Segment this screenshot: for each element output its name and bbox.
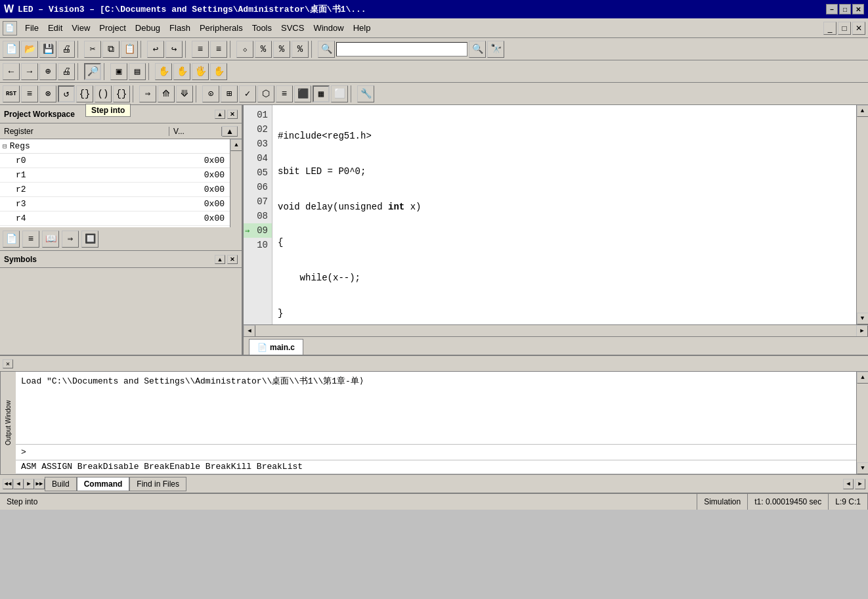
output-tab-command[interactable]: Command xyxy=(77,477,130,491)
output-close-button[interactable]: ✕ xyxy=(3,359,13,368)
hand3-button[interactable]: 🖐 xyxy=(192,63,209,80)
reg-btn4[interactable]: ⇒ xyxy=(62,231,79,248)
logic-button[interactable]: ⬡ xyxy=(257,85,274,102)
symbols-minimize-btn[interactable]: ▲ xyxy=(215,255,225,264)
menu-tools[interactable]: Tools xyxy=(248,22,276,34)
close-button[interactable]: ✕ xyxy=(852,4,864,14)
editor-scroll-right[interactable]: ▶ xyxy=(856,325,868,337)
search-prev-button[interactable]: 🔭 xyxy=(487,41,504,58)
reg-row-r3[interactable]: r3 0x00 xyxy=(0,197,230,211)
unindent-button[interactable]: ≡ xyxy=(210,41,227,58)
bookmark4-button[interactable]: % xyxy=(292,41,309,58)
zoom-button[interactable]: 🔎 xyxy=(84,63,101,80)
editor-scroll-track-v[interactable] xyxy=(857,117,868,313)
reg-btn2[interactable]: ≡ xyxy=(22,231,39,248)
panel-close-btn[interactable]: ✕ xyxy=(227,110,238,119)
code-coverage-button[interactable]: ≡ xyxy=(276,85,293,102)
print-button[interactable]: 🖨 xyxy=(58,63,75,80)
editor-scroll-up[interactable]: ▲ xyxy=(857,105,869,117)
output-command-input[interactable] xyxy=(26,447,851,457)
editor-scroll-down[interactable]: ▼ xyxy=(857,313,869,324)
menu-edit[interactable]: Edit xyxy=(44,22,66,34)
bookmark3-button[interactable]: % xyxy=(273,41,290,58)
output-tab-findinfiles[interactable]: Find in Files xyxy=(129,477,186,491)
new-file-button[interactable]: 📄 xyxy=(3,41,20,58)
paste-button[interactable]: 📋 xyxy=(121,41,138,58)
indent-button[interactable]: ≡ xyxy=(192,41,209,58)
tab-nav-last[interactable]: ▶▶ xyxy=(34,479,45,489)
watch-button[interactable]: ⊙ xyxy=(202,85,219,102)
menu-minimize-btn[interactable]: _ xyxy=(823,22,836,35)
reg-btn5[interactable]: 🔲 xyxy=(81,231,98,248)
menu-svcs[interactable]: SVCS xyxy=(277,22,308,34)
menu-file[interactable]: File xyxy=(21,22,43,34)
hand1-button[interactable]: ✋ xyxy=(155,63,172,80)
halt-button[interactable]: {} xyxy=(76,85,93,102)
tab-nav-first[interactable]: ◀◀ xyxy=(3,479,13,489)
minimize-button[interactable]: – xyxy=(826,4,838,14)
menu-flash[interactable]: Flash xyxy=(165,22,194,34)
serial-button[interactable]: ▦ xyxy=(313,85,330,102)
view1-button[interactable]: ▣ xyxy=(110,63,127,80)
run-to-button[interactable]: ⟱ xyxy=(176,85,193,102)
perf-button[interactable]: ✓ xyxy=(239,85,256,102)
menu-peripherals[interactable]: Peripherals xyxy=(196,22,247,34)
reg-row-r2[interactable]: r2 0x00 xyxy=(0,183,230,197)
step-button[interactable]: () xyxy=(95,85,112,102)
step-out-button[interactable]: ⟰ xyxy=(158,85,175,102)
menu-window[interactable]: Window xyxy=(309,22,347,34)
symbols-close-btn[interactable]: ✕ xyxy=(227,255,238,264)
copy-button[interactable]: ⧉ xyxy=(102,41,119,58)
run-button[interactable]: ↺ xyxy=(58,85,75,102)
tab-nav-prev[interactable]: ◀ xyxy=(13,479,24,489)
panel-minimize-btn[interactable]: ▲ xyxy=(215,110,225,119)
output-tab-right-nav2[interactable]: ▶ xyxy=(855,479,865,489)
reg-btn1[interactable]: 📄 xyxy=(3,231,20,248)
mem-button[interactable]: ⊞ xyxy=(221,85,238,102)
reg-row-r4[interactable]: r4 0x00 xyxy=(0,211,230,226)
step-over-button[interactable]: {} xyxy=(113,85,130,102)
open-button[interactable]: 📂 xyxy=(21,41,38,58)
output-tab-right-nav1[interactable]: ◀ xyxy=(843,479,854,489)
search-input[interactable] xyxy=(336,42,467,56)
maximize-button[interactable]: □ xyxy=(839,4,851,14)
editor-scroll-track-h[interactable] xyxy=(255,326,856,336)
reg-row-r1[interactable]: r1 0x00 xyxy=(0,168,230,183)
bookmark1-button[interactable]: ⬦ xyxy=(236,41,253,58)
menu-help[interactable]: Help xyxy=(349,22,375,34)
redo-button[interactable]: ↪ xyxy=(165,41,183,58)
hand4-button[interactable]: ✋ xyxy=(210,63,227,80)
output-scroll-up[interactable]: ▲ xyxy=(857,372,868,384)
menu-project[interactable]: Project xyxy=(95,22,129,34)
menu-restore-btn[interactable]: □ xyxy=(838,22,851,35)
undo-button[interactable]: ↩ xyxy=(147,41,164,58)
editor-scroll-left[interactable]: ◀ xyxy=(244,325,255,337)
cut-button[interactable]: ✂ xyxy=(84,41,101,58)
debug-btn1[interactable]: ≡ xyxy=(21,85,38,102)
search-next-button[interactable]: 🔍 xyxy=(469,41,486,58)
save-all-button[interactable]: 🖨 xyxy=(58,41,75,58)
stop-debug-button[interactable]: ⊗ xyxy=(39,85,56,102)
forward-button[interactable]: → xyxy=(21,63,38,80)
editor-tab-mainc[interactable]: 📄 main.c xyxy=(249,339,303,355)
reg-btn3[interactable]: 📖 xyxy=(42,231,59,248)
output-scroll-down[interactable]: ▼ xyxy=(857,462,868,474)
reg-row-r0[interactable]: r0 0x00 xyxy=(0,154,230,168)
rst-button[interactable]: RST xyxy=(3,85,20,102)
menu-view[interactable]: View xyxy=(68,22,94,34)
menu-debug[interactable]: Debug xyxy=(131,22,164,34)
back-button[interactable]: ← xyxy=(3,63,20,80)
step-into-button[interactable]: ⇒ xyxy=(139,85,156,102)
view2-button[interactable]: ▤ xyxy=(129,63,146,80)
bookmark2-button[interactable]: % xyxy=(255,41,272,58)
find-button[interactable]: 🔍 xyxy=(318,41,335,58)
tools-button[interactable]: 🔧 xyxy=(357,85,374,102)
tab-nav-next[interactable]: ▶ xyxy=(24,479,34,489)
register-group-regs[interactable]: ⊟ Regs xyxy=(0,139,230,154)
save-button[interactable]: 💾 xyxy=(39,41,56,58)
browse-button[interactable]: ⊕ xyxy=(39,63,56,80)
code-content[interactable]: #include<reg51.h> sbit LED = P0^0; void … xyxy=(272,105,856,324)
reg-scroll-up-btn[interactable]: ▲ xyxy=(230,139,242,151)
output-tab-build[interactable]: Build xyxy=(45,477,77,491)
hand2-button[interactable]: ✋ xyxy=(173,63,190,80)
